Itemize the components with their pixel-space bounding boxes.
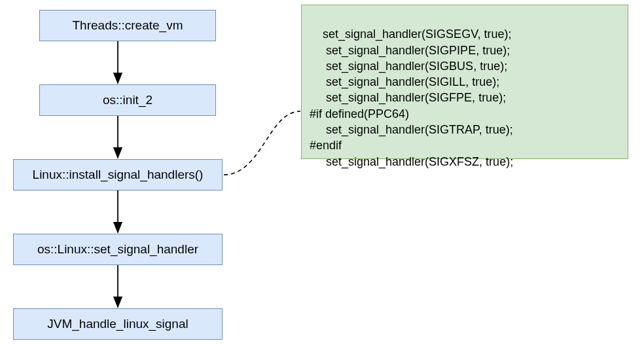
diagram-canvas: Threads::create_vm os::init_2 Linux::ins… [0, 0, 644, 345]
node-install-signal-handlers: Linux::install_signal_handlers() [13, 159, 223, 191]
code-line: set_signal_handler(SIGXFSZ, true); [310, 155, 513, 168]
code-line: #endif [310, 139, 342, 152]
node-label: Linux::install_signal_handlers() [33, 168, 204, 182]
code-line: set_signal_handler(SIGPIPE, true); [310, 44, 510, 57]
code-line: #if defined(PPC64) [310, 107, 409, 120]
code-box: set_signal_handler(SIGSEGV, true); set_s… [301, 5, 628, 159]
node-label: Threads::create_vm [73, 18, 183, 33]
code-line: set_signal_handler(SIGFPE, true); [310, 91, 506, 104]
node-set-signal-handler: os::Linux::set_signal_handler [13, 234, 223, 265]
node-os-init-2: os::init_2 [39, 84, 216, 116]
node-threads-create-vm: Threads::create_vm [39, 10, 216, 41]
code-line: set_signal_handler(SIGTRAP, true); [310, 123, 513, 136]
dashed-connector [224, 111, 300, 175]
node-label: os::init_2 [103, 93, 152, 107]
node-jvm-handle-linux-signal: JVM_handle_linux_signal [13, 308, 223, 340]
node-label: os::Linux::set_signal_handler [37, 242, 198, 257]
code-line: set_signal_handler(SIGILL, true); [310, 75, 499, 88]
code-line: set_signal_handler(SIGSEGV, true); [310, 27, 512, 41]
code-line: set_signal_handler(SIGBUS, true); [310, 60, 507, 73]
node-label: JVM_handle_linux_signal [47, 317, 188, 331]
